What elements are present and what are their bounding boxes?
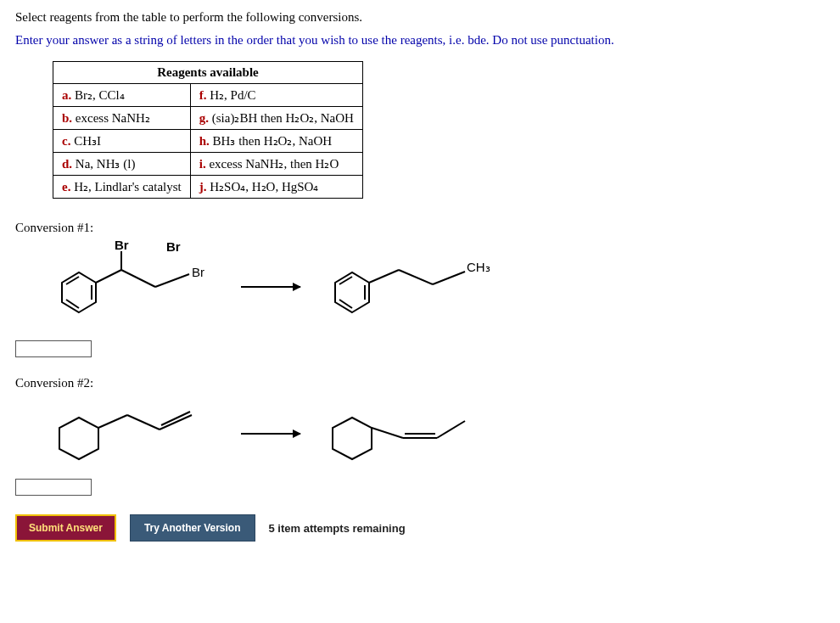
- reagent-text: H₂, Pd/C: [210, 88, 255, 102]
- table-row: d. Na, NH₃ (l) i. excess NaNH₂, then H₂O: [53, 153, 363, 176]
- submit-answer-button[interactable]: Submit Answer: [15, 514, 116, 542]
- reagent-letter: d.: [62, 157, 72, 171]
- reagent-letter: i.: [199, 157, 206, 171]
- svg-line-4: [96, 270, 121, 283]
- reagent-text: H₂, Lindlar's catalyst: [74, 180, 182, 194]
- reagent-text: excess NaNH₂: [76, 111, 150, 125]
- svg-line-2: [66, 277, 79, 284]
- svg-line-17: [433, 272, 465, 284]
- reagents-table: Reagents available a. Br₂, CCl₄ f. H₂, P…: [53, 61, 363, 199]
- svg-text:Br: Br: [192, 265, 204, 279]
- reagent-letter: f.: [199, 88, 207, 102]
- reagent-text: Br₂, CCl₄: [75, 88, 125, 102]
- svg-line-25: [372, 428, 403, 438]
- reagent-letter: b.: [62, 111, 72, 125]
- structure-start-1: Br Br Br: [49, 240, 219, 334]
- table-row: b. excess NaNH₂ g. (sia)₂BH then H₂O₂, N…: [53, 107, 363, 130]
- reagent-text: (sia)₂BH then H₂O₂, NaOH: [212, 111, 354, 125]
- table-row: c. CH₃I h. BH₃ then H₂O₂, NaOH: [53, 130, 363, 153]
- reagent-text: Na, NH₃ (l): [76, 157, 136, 171]
- attempts-remaining: 5 item attempts remaining: [269, 522, 406, 535]
- svg-line-21: [127, 415, 160, 429]
- svg-marker-19: [59, 418, 98, 459]
- reagent-letter: j.: [199, 180, 207, 194]
- svg-text:CH₃: CH₃: [467, 260, 490, 274]
- reagent-letter: g.: [199, 111, 209, 125]
- reagent-letter: e.: [62, 180, 70, 194]
- svg-text:Br: Br: [166, 240, 181, 254]
- instruction-line-2: Enter your answer as a string of letters…: [15, 33, 825, 48]
- svg-line-13: [339, 277, 352, 284]
- table-row: a. Br₂, CCl₄ f. H₂, Pd/C: [53, 84, 363, 107]
- reaction-arrow-icon: [241, 286, 300, 288]
- structure-start-2: [49, 396, 219, 472]
- reagent-text: BH₃ then H₂O₂, NaOH: [213, 134, 332, 148]
- instruction-line-1: Select reagents from the table to perfor…: [15, 10, 825, 25]
- svg-marker-24: [333, 418, 372, 459]
- reagents-table-heading: Reagents available: [53, 62, 363, 84]
- svg-line-5: [121, 270, 155, 287]
- reagent-text: H₂SO₄, H₂O, HgSO₄: [210, 180, 318, 194]
- reagent-text: CH₃I: [74, 134, 101, 148]
- reagent-letter: c.: [62, 134, 70, 148]
- conversion-2-input[interactable]: [15, 479, 92, 496]
- table-row: e. H₂, Lindlar's catalyst j. H₂SO₄, H₂O,…: [53, 176, 363, 199]
- conversion-1-label: Conversion #1:: [15, 221, 825, 235]
- structure-product-1: CH₃: [322, 249, 509, 325]
- conversion-2-scheme: [49, 396, 825, 472]
- reaction-arrow-icon: [241, 433, 300, 435]
- svg-line-20: [98, 415, 127, 428]
- conversion-1-scheme: Br Br Br CH₃: [49, 240, 825, 334]
- svg-text:Br: Br: [115, 240, 129, 252]
- try-another-version-button[interactable]: Try Another Version: [130, 514, 255, 542]
- svg-line-15: [369, 270, 399, 283]
- svg-line-28: [437, 421, 465, 438]
- svg-line-6: [155, 274, 189, 287]
- conversion-2-label: Conversion #2:: [15, 376, 825, 390]
- conversion-1-input[interactable]: [15, 340, 92, 357]
- structure-product-2: [322, 396, 492, 472]
- svg-line-16: [399, 270, 433, 284]
- svg-line-22: [160, 415, 192, 429]
- reagent-letter: h.: [199, 134, 210, 148]
- reagent-letter: a.: [62, 88, 71, 102]
- button-row: Submit Answer Try Another Version 5 item…: [15, 514, 825, 542]
- reagent-text: excess NaNH₂, then H₂O: [209, 157, 339, 171]
